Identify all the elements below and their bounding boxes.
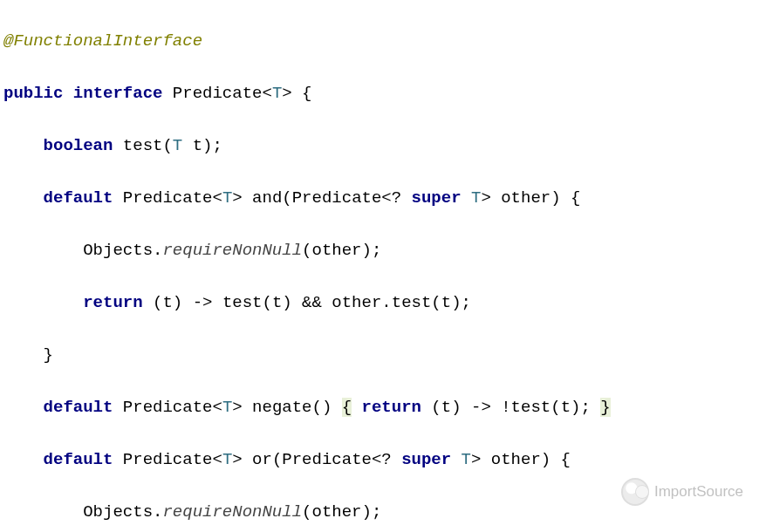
type-param: T	[222, 398, 232, 417]
brace-highlight: {	[342, 398, 352, 417]
code-line-3: boolean test(T t);	[3, 133, 756, 159]
watermark-text: ImportSource	[654, 479, 743, 505]
param-name: other	[491, 450, 541, 469]
type-param: T	[471, 188, 481, 208]
type-param: T	[222, 188, 232, 208]
type-name: Predicate	[123, 450, 213, 469]
method-name: negate	[252, 398, 311, 417]
code-line-5: Objects.requireNonNull(other);	[3, 237, 756, 263]
brace-highlight: }	[600, 398, 610, 417]
keyword-return: return	[83, 293, 142, 312]
keyword-default: default	[44, 398, 113, 417]
class-name: Predicate	[173, 84, 263, 103]
watermark: ImportSource	[621, 478, 743, 506]
code-line-4: default Predicate<T> and(Predicate<? sup…	[3, 185, 756, 211]
wechat-icon	[621, 478, 649, 506]
method-name: test	[123, 136, 163, 155]
method-call: requireNonNull	[162, 241, 302, 260]
code-line-7: }	[3, 342, 756, 368]
keyword-default: default	[44, 188, 113, 208]
type-param: T	[272, 84, 282, 103]
var: t	[561, 398, 571, 417]
keyword-super: super	[401, 450, 451, 469]
var: t	[441, 293, 451, 312]
type-name: Predicate	[123, 398, 213, 417]
method-call: test	[222, 293, 263, 312]
type-name: Predicate	[292, 188, 382, 208]
arg: other	[312, 502, 362, 522]
method-name: and	[252, 188, 282, 208]
keyword-return: return	[362, 398, 421, 417]
param-name: t	[193, 136, 202, 155]
keyword-public: public	[3, 84, 63, 103]
keyword-default: default	[44, 450, 113, 469]
code-line-1: @FunctionalInterface	[3, 28, 756, 54]
param-name: other	[501, 188, 550, 208]
method-call: test	[511, 398, 551, 417]
class-ref: Objects	[83, 241, 153, 260]
type-param: T	[222, 450, 232, 469]
wildcard: ?	[381, 450, 391, 469]
annotation: @FunctionalInterface	[3, 31, 202, 51]
code-block: @FunctionalInterface public interface Pr…	[3, 2, 756, 532]
keyword-boolean: boolean	[44, 136, 113, 155]
var: other	[332, 293, 381, 312]
class-ref: Objects	[83, 502, 153, 522]
var: t	[162, 293, 172, 312]
method-call: requireNonNull	[162, 502, 302, 522]
arg: other	[312, 241, 362, 260]
type-param: T	[173, 136, 182, 155]
operator: &&	[302, 293, 322, 312]
code-line-2: public interface Predicate<T> {	[3, 80, 756, 106]
code-line-6: return (t) -> test(t) && other.test(t);	[3, 290, 756, 316]
type-name: Predicate	[282, 450, 372, 469]
type-name: Predicate	[123, 188, 213, 208]
code-line-9: default Predicate<T> or(Predicate<? supe…	[3, 447, 756, 473]
keyword-super: super	[412, 188, 462, 208]
method-name: or	[252, 450, 272, 469]
wildcard: ?	[392, 188, 401, 208]
type-param: T	[462, 450, 471, 469]
code-line-8: default Predicate<T> negate() { return (…	[3, 394, 756, 420]
keyword-interface: interface	[73, 84, 163, 103]
var: t	[441, 398, 451, 417]
